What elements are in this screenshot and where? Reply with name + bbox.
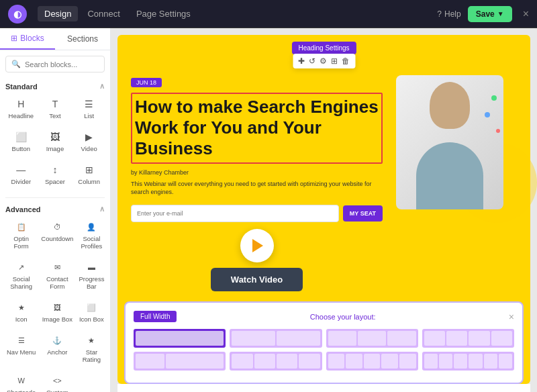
layout-col bbox=[399, 354, 416, 369]
advanced-collapse-icon[interactable]: ∧ bbox=[99, 205, 105, 213]
person-image bbox=[396, 75, 503, 209]
blocks-icon: ⊞ bbox=[11, 34, 17, 43]
sidebar: ⊞ Blocks Sections 🔍 Standard ∧ HHeadline… bbox=[0, 28, 111, 392]
nav-menu-icon: ☰ bbox=[12, 334, 31, 347]
layout-col bbox=[232, 331, 275, 346]
layout-picker-header: Full Width Choose your layout: × bbox=[134, 311, 514, 322]
duplicate-icon[interactable]: ⊞ bbox=[331, 56, 338, 66]
standard-blocks: HHeadline TText ☰List ⬜Button 🖼Image ▶Vi… bbox=[0, 93, 110, 195]
layout-col bbox=[232, 354, 252, 369]
advanced-section-label: Advanced ∧ bbox=[0, 201, 110, 216]
undo-icon[interactable]: ↺ bbox=[309, 56, 315, 66]
block-toolbar: ✚ ↺ ⚙ ⊞ 🗑 bbox=[293, 54, 355, 68]
block-icon-box[interactable]: ⬜Icon Box bbox=[77, 297, 105, 327]
layout-option-r2-3[interactable] bbox=[326, 352, 418, 371]
layout-option-r2-4[interactable] bbox=[422, 352, 514, 371]
block-list[interactable]: ☰List bbox=[73, 93, 105, 124]
block-optin-form[interactable]: 📋Optin Form bbox=[5, 216, 37, 254]
layout-option-r2-2[interactable] bbox=[230, 352, 322, 371]
help-button[interactable]: ? Help bbox=[437, 9, 460, 19]
layout-option-4col[interactable] bbox=[422, 329, 514, 348]
layout-col bbox=[381, 354, 398, 369]
block-video[interactable]: ▶Video bbox=[73, 126, 105, 156]
block-social-profiles[interactable]: 👤Social Profiles bbox=[77, 216, 105, 254]
heading-settings-bar[interactable]: Heading Settings bbox=[291, 42, 356, 54]
save-button[interactable]: Save ▼ bbox=[468, 6, 512, 22]
layout-col bbox=[439, 354, 452, 369]
watch-video-button[interactable]: Watch Video bbox=[211, 268, 303, 291]
tab-blocks[interactable]: ⊞ Blocks bbox=[0, 28, 55, 50]
block-divider[interactable]: —Divider bbox=[5, 159, 37, 189]
text-icon: T bbox=[46, 97, 64, 111]
block-nav-menu[interactable]: ☰Nav Menu bbox=[5, 330, 37, 367]
layout-option-2col[interactable] bbox=[230, 329, 322, 348]
button-icon: ⬜ bbox=[11, 130, 30, 144]
block-image-box[interactable]: 🖼Image Box bbox=[40, 297, 75, 327]
divider bbox=[5, 197, 105, 198]
progress-bar-icon: ▬ bbox=[82, 260, 101, 274]
divider-icon: — bbox=[11, 163, 30, 177]
bottom-text-block: Simple & Convenient See how it works bbox=[117, 384, 530, 392]
block-button[interactable]: ⬜Button bbox=[5, 126, 37, 156]
layout-col bbox=[299, 354, 320, 369]
layout-col bbox=[484, 354, 497, 369]
block-custom-html[interactable]: <>Custom HTML bbox=[40, 370, 75, 392]
nav-tab-page-settings[interactable]: Page Settings bbox=[130, 6, 197, 21]
layout-col bbox=[358, 331, 386, 346]
play-triangle-icon bbox=[252, 239, 263, 252]
social-sharing-icon: ↗ bbox=[12, 260, 31, 274]
help-icon: ? bbox=[437, 9, 442, 19]
block-anchor[interactable]: ⚓Anchor bbox=[40, 330, 75, 367]
layout-col bbox=[346, 354, 362, 369]
description-text: This Webinar will cover everything you n… bbox=[131, 180, 383, 197]
tab-sections[interactable]: Sections bbox=[55, 28, 110, 50]
save-dropdown-icon: ▼ bbox=[497, 10, 504, 17]
layout-option-1col[interactable] bbox=[134, 329, 226, 348]
star-rating-icon: ★ bbox=[82, 334, 101, 347]
shortcode-icon: W bbox=[12, 374, 31, 387]
reserve-button[interactable]: MY SEAT bbox=[343, 205, 383, 222]
canvas-area: Heading Settings ✚ ↺ ⚙ ⊞ 🗑 JUN 18 How to… bbox=[111, 28, 537, 392]
nav-tab-connect[interactable]: Connect bbox=[81, 6, 126, 21]
custom-html-icon: <> bbox=[48, 374, 66, 387]
block-column[interactable]: ⊞Column bbox=[73, 159, 105, 189]
layout-grid bbox=[134, 329, 514, 371]
block-headline[interactable]: HHeadline bbox=[5, 93, 37, 124]
block-image[interactable]: 🖼Image bbox=[40, 126, 71, 156]
layout-col bbox=[446, 331, 467, 346]
block-text[interactable]: TText bbox=[40, 93, 71, 124]
layout-close-button[interactable]: × bbox=[509, 311, 514, 322]
canvas-body: JUN 18 How to make Search Engines Work f… bbox=[117, 35, 530, 311]
delete-icon[interactable]: 🗑 bbox=[342, 56, 350, 66]
block-spacer[interactable]: ↕Spacer bbox=[40, 159, 71, 189]
page-canvas: Heading Settings ✚ ↺ ⚙ ⊞ 🗑 JUN 18 How to… bbox=[117, 35, 530, 384]
block-star-rating[interactable]: ★Star Rating bbox=[77, 330, 105, 367]
layout-col bbox=[387, 331, 416, 346]
layout-col bbox=[424, 331, 445, 346]
search-input[interactable] bbox=[25, 60, 99, 68]
layout-col bbox=[277, 331, 320, 346]
confetti-dot-3 bbox=[496, 129, 500, 133]
list-icon: ☰ bbox=[80, 97, 99, 111]
nav-tab-design[interactable]: Design bbox=[38, 6, 78, 21]
standard-collapse-icon[interactable]: ∧ bbox=[99, 82, 105, 91]
layout-col bbox=[454, 354, 467, 369]
block-progress-bar[interactable]: ▬Progress Bar bbox=[77, 256, 105, 294]
play-button[interactable] bbox=[240, 229, 274, 262]
block-contact-form[interactable]: ✉Contact Form bbox=[40, 256, 75, 294]
add-icon[interactable]: ✚ bbox=[298, 56, 305, 66]
settings-gear-icon[interactable]: ⚙ bbox=[320, 56, 327, 66]
block-shortcode[interactable]: WShortcode bbox=[5, 370, 37, 392]
close-button[interactable]: × bbox=[523, 8, 529, 20]
full-width-button[interactable]: Full Width bbox=[134, 311, 177, 322]
search-container: 🔍 bbox=[5, 56, 105, 72]
block-icon[interactable]: ★Icon bbox=[5, 297, 37, 327]
layout-col bbox=[364, 354, 381, 369]
block-countdown[interactable]: ⏱Countdown bbox=[40, 216, 75, 254]
layout-option-3col[interactable] bbox=[326, 329, 418, 348]
contact-form-icon: ✉ bbox=[48, 260, 66, 274]
email-input[interactable] bbox=[131, 205, 339, 222]
block-social-sharing[interactable]: ↗Social Sharing bbox=[5, 256, 37, 294]
layout-col bbox=[469, 331, 489, 346]
layout-option-r2-1[interactable] bbox=[134, 352, 226, 371]
